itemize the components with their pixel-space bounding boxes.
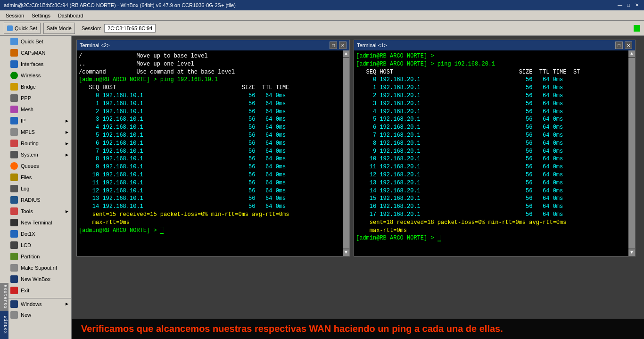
sidebar-item-mpls[interactable]: MPLS xyxy=(0,126,71,138)
terminal-1-body: [admin@RB ARCO NORTE] > [admin@RB ARCO N… xyxy=(354,50,628,256)
sidebar-item-new-terminal[interactable]: New Terminal xyxy=(0,217,71,228)
sidebar-item-wireless[interactable]: Wireless xyxy=(0,70,71,81)
terminal-1-maximize[interactable]: □ xyxy=(615,41,623,49)
titlebar-title: admin@2C:C8:1B:b5:8C:94 (RB ARCO NORTE) … xyxy=(4,2,236,8)
titlebar-controls: — □ ✕ xyxy=(617,2,640,8)
routeros-label: RouterOS xyxy=(0,283,8,311)
sidebar-item-new[interactable]: New xyxy=(0,309,71,321)
exit-icon xyxy=(10,287,18,294)
terminal-2-close[interactable]: ✕ xyxy=(339,41,347,49)
close-button[interactable]: ✕ xyxy=(634,2,640,8)
lcd-icon xyxy=(10,241,18,249)
radius-icon xyxy=(10,196,18,204)
menu-session[interactable]: Session xyxy=(2,12,28,19)
new-icon xyxy=(10,311,18,319)
sidebar-item-ip[interactable]: IP xyxy=(0,115,71,126)
session-value: 2C:C8:1B:65:8C:94 xyxy=(104,24,156,33)
toolbar: Quick Set Safe Mode Session: 2C:C8:1B:65… xyxy=(0,21,644,36)
new-terminal-icon xyxy=(10,219,18,226)
sidebar-item-exit[interactable]: Exit xyxy=(0,285,71,296)
terminal-1-window: Terminal <1> □ ✕ [admin@RB ARCO NORTE] >… xyxy=(354,40,636,256)
sidebar-item-ppp[interactable]: PPP xyxy=(0,92,71,104)
terminal-2-scroll-up[interactable]: ▲ xyxy=(343,50,349,57)
quick-set-icon xyxy=(7,25,13,31)
terminal-2-maximize[interactable]: □ xyxy=(330,41,337,49)
content-area: Terminal <2> □ ✕ / Move up to base level… xyxy=(72,36,644,339)
sidebar-item-tools[interactable]: Tools xyxy=(0,206,71,217)
terminal-2-content-area: / Move up to base level .. Move up one l… xyxy=(77,50,349,256)
partition-icon xyxy=(10,253,18,260)
session-label: Session: xyxy=(82,25,101,31)
sidebar-item-system[interactable]: System xyxy=(0,149,71,160)
capsman-icon xyxy=(10,49,18,57)
mesh-icon xyxy=(10,106,18,113)
terminal-1-title: Terminal <1> xyxy=(357,42,387,48)
terminal-2-help: / Move up to base level .. Move up one l… xyxy=(79,52,341,234)
make-supout-icon xyxy=(10,264,18,272)
terminal-1-close[interactable]: ✕ xyxy=(625,41,632,49)
sidebar-item-bridge[interactable]: Bridge xyxy=(0,81,71,92)
sidebar-item-partition[interactable]: Partition xyxy=(0,251,71,262)
wireless-icon xyxy=(10,72,18,79)
minimize-button[interactable]: — xyxy=(617,2,623,8)
terminal-2-title: Terminal <2> xyxy=(80,42,110,48)
mpls-icon xyxy=(10,128,18,136)
queues-icon xyxy=(10,162,18,170)
sidebar-item-new-winbox[interactable]: New WinBox xyxy=(0,273,71,285)
winbox-label: WinBox xyxy=(0,311,8,339)
sidebar-item-log[interactable]: Log xyxy=(0,183,71,194)
files-icon xyxy=(10,174,18,181)
sidebar-item-files[interactable]: Files xyxy=(0,172,71,183)
subtitle-text: Verificamos que alcancemos nuestras resp… xyxy=(81,323,503,334)
sidebar-item-routing[interactable]: Routing xyxy=(0,138,71,149)
menu-dashboard[interactable]: Dashboard xyxy=(54,12,87,19)
terminal-2-titlebar[interactable]: Terminal <2> □ ✕ xyxy=(77,40,349,50)
subtitle-bar: Verificamos que alcancemos nuestras resp… xyxy=(72,319,644,339)
sidebar-item-mesh[interactable]: Mesh xyxy=(0,104,71,115)
system-icon xyxy=(10,151,18,158)
windows-icon xyxy=(10,300,18,308)
menu-settings[interactable]: Settings xyxy=(28,12,54,19)
terminal-2-controls: □ ✕ xyxy=(330,41,347,49)
ip-icon xyxy=(10,117,18,124)
terminal-1-content: [admin@RB ARCO NORTE] > [admin@RB ARCO N… xyxy=(356,52,627,242)
quick-set-button[interactable]: Quick Set xyxy=(4,23,41,34)
terminal-1-scroll-up[interactable]: ▲ xyxy=(628,50,635,57)
sidebar-item-capsman[interactable]: CAPsMAN xyxy=(0,47,71,58)
terminal-2-scroll-thumb[interactable] xyxy=(343,58,349,248)
sidebar-item-radius[interactable]: RADIUS xyxy=(0,194,71,206)
dot1x-icon xyxy=(10,230,18,238)
connection-indicator xyxy=(634,25,640,32)
sidebar-item-quick-set[interactable]: Quick Set xyxy=(0,36,71,47)
terminal-1-titlebar[interactable]: Terminal <1> □ ✕ xyxy=(354,40,635,50)
sidebar-item-make-supout[interactable]: Make Supout.rif xyxy=(0,262,71,273)
menubar: Session Settings Dashboard xyxy=(0,10,644,21)
terminal-2-scroll-down[interactable]: ▼ xyxy=(343,249,349,256)
terminal-1-scroll-down[interactable]: ▼ xyxy=(628,249,635,256)
bridge-icon xyxy=(10,83,18,91)
main-area: Quick Set CAPsMAN Interfaces Wireless Br… xyxy=(0,36,644,339)
ppp-icon xyxy=(10,94,18,102)
safe-mode-button[interactable]: Safe Mode xyxy=(43,23,75,34)
sidebar-item-lcd[interactable]: LCD xyxy=(0,240,71,251)
titlebar: admin@2C:C8:1B:b5:8C:94 (RB ARCO NORTE) … xyxy=(0,0,644,10)
maximize-button[interactable]: □ xyxy=(625,2,632,8)
routing-icon xyxy=(10,140,18,147)
sidebar-item-dot1x[interactable]: Dot1X xyxy=(0,228,71,240)
new-winbox-icon xyxy=(10,275,18,283)
terminal-1-controls: □ ✕ xyxy=(615,41,632,49)
interfaces-icon xyxy=(10,60,18,68)
sidebar-item-windows[interactable]: Windows xyxy=(0,298,71,309)
terminal-1-scrollbar[interactable]: ▲ ▼ xyxy=(628,50,635,256)
terminal-1-content-area: [admin@RB ARCO NORTE] > [admin@RB ARCO N… xyxy=(354,50,635,256)
sidebar: Quick Set CAPsMAN Interfaces Wireless Br… xyxy=(0,36,72,339)
log-icon xyxy=(10,185,18,192)
sidebar-item-interfaces[interactable]: Interfaces xyxy=(0,58,71,70)
tools-icon xyxy=(10,207,18,215)
terminal-2-body: / Move up to base level .. Move up one l… xyxy=(77,50,343,256)
terminal-2-scrollbar[interactable]: ▲ ▼ xyxy=(343,50,349,256)
sidebar-item-queues[interactable]: Queues xyxy=(0,160,71,172)
terminal-2-window: Terminal <2> □ ✕ / Move up to base level… xyxy=(76,40,350,256)
quick-set-icon xyxy=(10,38,18,45)
terminal-1-scroll-thumb[interactable] xyxy=(628,58,635,248)
